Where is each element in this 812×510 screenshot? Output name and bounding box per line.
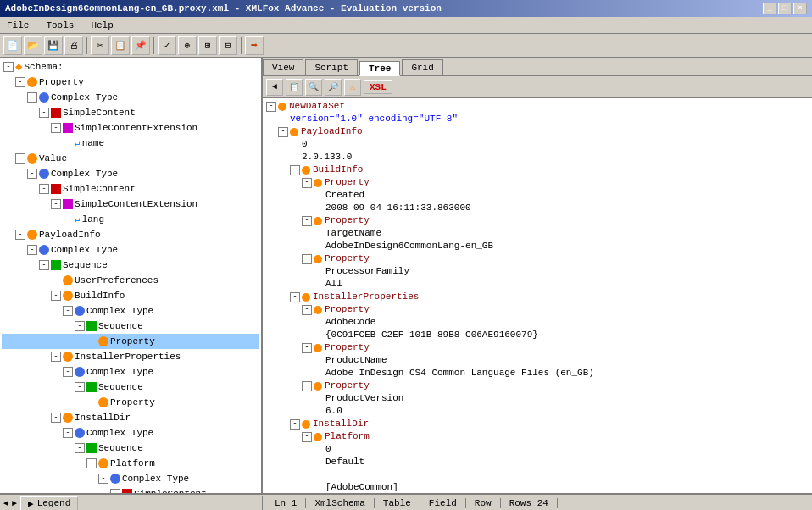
print-button[interactable]: 🖨 [64,36,83,55]
close-button[interactable]: × [793,3,807,14]
expand-installdir-xml[interactable]: - [290,419,300,430]
tree-node-installdir[interactable]: - InstallDir [2,410,259,425]
expand-seq1[interactable]: - [39,260,49,270]
tree-node-extension2[interactable]: - SimpleContentExtension [2,197,259,212]
validate-button[interactable]: ✓ [158,36,176,55]
tree-node-buildinfo[interactable]: - BuildInfo [2,288,259,303]
expand-prop-processorfamily[interactable]: - [302,254,312,264]
expand-complex4[interactable]: - [63,306,73,316]
paste-button[interactable]: 📌 [131,36,150,55]
expand-prop-created[interactable]: - [302,178,312,188]
tab-script[interactable]: Script [305,59,358,75]
tree-node-property1[interactable]: - Property [2,75,259,90]
tree-node-schema[interactable]: - ◆ Schema: [2,59,259,75]
expand-complex3[interactable]: - [27,245,37,255]
expand-platform-xml[interactable]: - [302,432,312,442]
tree-node-value[interactable]: - Value [2,151,259,166]
tree-node-lang[interactable]: ↵ lang [2,212,259,227]
tree-node-sequence1[interactable]: - Sequence [2,258,259,273]
schema-tree[interactable]: - ◆ Schema: - Property - Complex Type [0,58,261,493]
expand-platform[interactable]: - [86,458,97,468]
tree-node-complex7[interactable]: - Complex Type [2,471,259,486]
check-button[interactable]: ⊕ [178,36,197,55]
expand-ext1[interactable]: - [51,123,61,133]
rtb-search2-button[interactable]: 🔎 [325,79,342,96]
minimize-button[interactable]: _ [763,3,776,14]
rtb-xsl-button[interactable]: XSL [364,80,392,94]
tree-node-simplecontent1[interactable]: - SimpleContent [2,105,259,120]
expand-complex6[interactable]: - [63,428,73,438]
tree-node-property2[interactable]: Property [2,334,259,349]
expand-schema[interactable]: - [3,62,14,72]
tree-node-complex6[interactable]: - Complex Type [2,425,259,441]
tree-node-complex1[interactable]: - Complex Type [2,90,259,105]
collapse-button[interactable]: ⊟ [219,36,237,55]
expand-complex2[interactable]: - [27,169,37,179]
scroll-right-btn[interactable]: ► [12,499,17,508]
copy-button[interactable]: 📋 [111,36,130,55]
expand-prop-adobecode[interactable]: - [302,305,312,315]
rtb-search-button[interactable]: 🔍 [305,79,322,96]
menu-help[interactable]: Help [87,19,116,31]
new-button[interactable]: 📄 [3,36,22,55]
tree-node-property3[interactable]: Property [2,395,259,410]
expand-installerprops[interactable]: - [51,352,61,362]
rtb-warn-button[interactable]: ⚠ [344,79,361,96]
expand-ext2[interactable]: - [51,199,61,209]
expand-property1[interactable]: - [15,77,25,87]
window-controls[interactable]: _ □ × [763,3,807,14]
menu-tools[interactable]: Tools [42,19,77,31]
prop-created-tag: Property [325,176,370,189]
tree-node-platform[interactable]: - Platform [2,456,259,471]
tab-view[interactable]: View [263,59,303,75]
expand-sc3[interactable]: - [110,489,120,493]
navigate-button[interactable]: ➡ [245,36,264,55]
tree-node-simplecontent3[interactable]: - SimpleContent [2,486,259,493]
expand-seq3[interactable]: - [75,382,85,392]
tree-node-complex2[interactable]: - Complex Type [2,166,259,181]
tree-node-installerprops[interactable]: - InstallerProperties [2,349,259,364]
cut-button[interactable]: ✂ [91,36,109,55]
maximize-button[interactable]: □ [778,3,792,14]
tree-node-sequence2[interactable]: - Sequence [2,319,259,334]
open-button[interactable]: 📂 [24,36,42,55]
expand-installdir[interactable]: - [51,413,61,423]
expand-installerprops-xml[interactable]: - [290,292,300,302]
tree-node-complex3[interactable]: - Complex Type [2,242,259,258]
tree-node-sequence3[interactable]: - Sequence [2,380,259,395]
tree-node-name1[interactable]: ↵ name [2,136,259,151]
expand-sc2[interactable]: - [39,184,49,194]
expand-buildinfo-xml[interactable]: - [290,165,300,175]
expand-seq4[interactable]: - [75,443,85,453]
expand-buildinfo[interactable]: - [51,291,61,301]
expand-complex7[interactable]: - [98,474,108,484]
tree-node-extension1[interactable]: - SimpleContentExtension [2,120,259,136]
rtb-left-button[interactable]: ◄ [266,79,283,96]
expand-prop-productversion[interactable]: - [302,381,312,391]
xml-content-area[interactable]: - NewDataSet version="1.0" encoding="UTF… [263,98,812,493]
expand-prop-productname[interactable]: - [302,343,312,353]
expand-complex1[interactable]: - [27,92,37,103]
rtb-copy-button[interactable]: 📋 [286,79,303,96]
save-button[interactable]: 💾 [44,36,63,55]
tree-node-complex5[interactable]: - Complex Type [2,364,259,380]
legend-button[interactable]: ▶ Legend [20,496,78,511]
scroll-left-btn[interactable]: ◄ [3,499,8,508]
expand-sc1[interactable]: - [39,108,49,118]
tab-grid[interactable]: Grid [402,59,442,75]
tree-node-simplecontent2[interactable]: - SimpleContent [2,181,259,197]
expand-newdataset[interactable]: - [266,102,276,112]
tree-node-userprefs[interactable]: UserPreferences [2,273,259,288]
expand-payloadinfo[interactable]: - [15,230,25,240]
expand-seq2[interactable]: - [75,321,85,331]
menu-file[interactable]: File [3,19,32,31]
expand-complex5[interactable]: - [63,367,73,377]
tree-node-sequence4[interactable]: - Sequence [2,441,259,456]
expand-prop-targetname[interactable]: - [302,216,312,226]
tab-tree[interactable]: Tree [359,61,400,76]
tree-node-payloadinfo[interactable]: - PayloadInfo [2,227,259,242]
expand-button[interactable]: ⊞ [198,36,217,55]
expand-payloadinfo-xml[interactable]: - [278,127,288,137]
tree-node-complex4[interactable]: - Complex Type [2,303,259,319]
expand-value[interactable]: - [15,153,25,164]
